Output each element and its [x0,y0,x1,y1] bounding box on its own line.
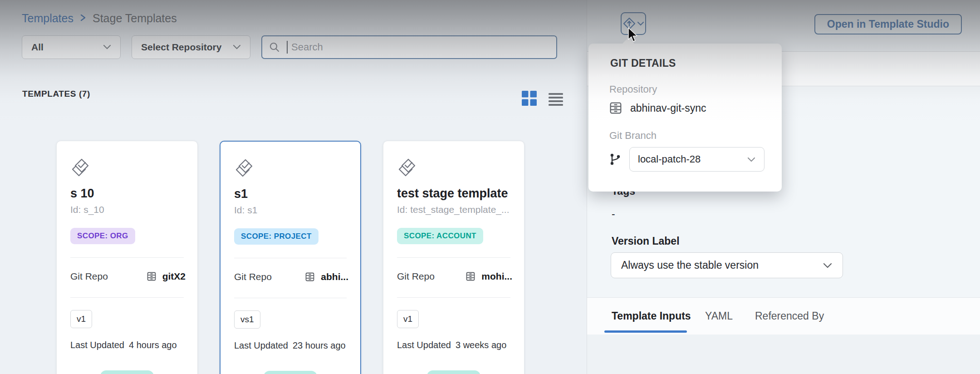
last-updated: Last Updated 23 hours ago [234,340,346,351]
tab-content-area [587,335,980,374]
type-filter-value: All [31,42,44,53]
divider [70,257,184,258]
repository-icon [608,101,623,115]
template-card-grid: s 10 Id: s_10 SCOPE: ORG Git Repo gitX2 … [56,141,524,374]
breadcrumb-current: Stage Templates [93,12,177,25]
version-dropdown-value: Always use the stable version [621,259,759,271]
template-title: test stage template ... [397,187,510,201]
open-in-template-studio-button[interactable]: Open in Template Studio [814,14,962,34]
git-branch-icon [608,153,622,166]
last-updated-value: 3 weeks ago [456,340,506,350]
scope-badge: SCOPE: PROJECT [234,228,318,245]
divider [70,297,184,298]
git-details-popover: GIT DETAILS Repository abhinav-git-sync … [588,44,782,192]
repository-row: abhinav-git-sync [608,101,706,115]
tab-template-inputs[interactable]: Template Inputs [612,298,691,335]
stable-badge [100,370,154,374]
divider [397,297,510,298]
last-updated-value: 4 hours ago [129,340,177,350]
branch-dropdown-value: local-patch-28 [638,153,701,165]
details-tabbar: Template Inputs YAML Referenced By [587,297,980,335]
chevron-down-icon [637,21,644,26]
git-repo-row: Git Repo gitX2 [70,271,186,282]
template-card-s10[interactable]: s 10 Id: s_10 SCOPE: ORG Git Repo gitX2 … [56,141,198,374]
last-updated: Last Updated 4 hours ago [70,340,177,350]
version-dropdown[interactable]: Always use the stable version [611,252,843,278]
divider [234,258,347,258]
template-title: s 10 [70,187,184,201]
template-card-test-stage[interactable]: test stage template ... Id: test_stage_t… [383,141,524,374]
template-id: Id: test_stage_template_... [397,204,510,215]
branch-dropdown[interactable]: local-patch-28 [629,147,764,172]
templates-count-heading: TEMPLATES (7) [22,89,90,99]
version-label: Version Label [612,235,680,247]
stage-template-icon [234,158,347,180]
chevron-down-icon [233,44,241,50]
git-repo-value: mohi... [481,271,512,282]
repository-filter-value: Select Repository [141,42,221,53]
breadcrumb: Templates Stage Templates [22,12,177,25]
repository-value: abhinav-git-sync [630,102,706,114]
repository-icon [465,271,476,282]
templates-page: Templates Stage Templates All Select Rep… [0,0,980,374]
divider [234,298,347,298]
template-id: Id: s1 [234,205,347,216]
version-chip: vs1 [234,310,260,329]
text-caret [287,41,288,54]
last-updated-label: Last Updated [397,340,451,350]
popover-title: GIT DETAILS [610,57,676,69]
git-repo-row: Git Repo abhi... [234,271,348,282]
template-title: s1 [234,187,347,201]
tab-referenced-by[interactable]: Referenced By [755,298,824,335]
git-repo-label: Git Repo [397,271,435,282]
git-repo-row: Git Repo mohi... [397,271,512,282]
repository-icon [304,271,315,282]
tab-yaml[interactable]: YAML [705,298,733,335]
scope-badge: SCOPE: ORG [70,228,135,244]
last-updated: Last Updated 3 weeks ago [397,340,506,350]
chevron-right-icon [80,12,86,25]
search-placeholder: Search [291,41,323,53]
grid-view-icon[interactable] [521,90,538,107]
chevron-down-icon [103,44,111,50]
last-updated-value: 23 hours ago [293,340,346,351]
last-updated-label: Last Updated [70,340,124,350]
cursor-pointer [627,27,639,44]
tags-value: - [612,208,615,220]
git-repo-value: gitX2 [162,271,186,282]
scope-badge: SCOPE: ACCOUNT [397,228,483,244]
version-chip: v1 [397,310,419,328]
git-repo-label: Git Repo [234,271,272,282]
template-id: Id: s_10 [70,204,184,215]
type-filter-dropdown[interactable]: All [22,35,121,59]
git-repo-value: abhi... [321,271,348,282]
git-branch-row: local-patch-28 [608,147,764,172]
chevron-down-icon [823,262,833,269]
stable-badge [264,371,317,374]
breadcrumb-templates-link[interactable]: Templates [22,12,74,25]
divider [397,257,510,258]
stage-template-icon [397,157,510,179]
repository-label: Repository [609,84,657,95]
template-card-s1[interactable]: s1 Id: s1 SCOPE: PROJECT Git Repo abhi..… [220,141,361,374]
repository-icon [146,271,157,282]
view-toggles [521,90,564,107]
stage-template-icon [70,157,184,179]
git-repo-label: Git Repo [70,271,108,282]
search-icon [269,41,280,53]
stable-badge [427,370,480,374]
last-updated-label: Last Updated [234,340,288,351]
version-chip: v1 [70,310,92,328]
search-input[interactable]: Search [261,35,557,59]
git-branch-label: Git Branch [609,130,657,142]
list-view-icon[interactable] [548,90,564,107]
filter-row: All Select Repository Search [22,35,557,59]
repository-filter-dropdown[interactable]: Select Repository [132,35,250,59]
chevron-down-icon [747,157,756,162]
active-tab-underline [604,330,687,333]
